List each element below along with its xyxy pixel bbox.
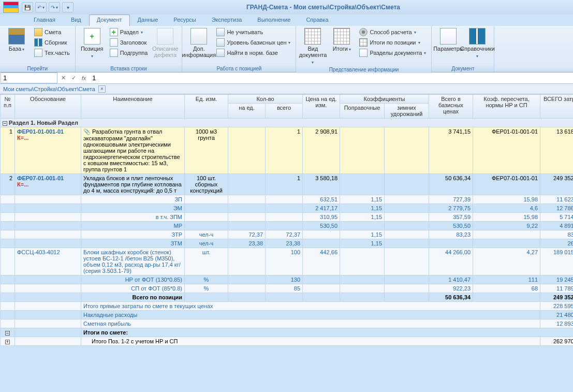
sub-row[interactable]: ЗП632,511,15727,3915,9811 623,64 <box>1 195 574 204</box>
ribbon-group-presentation: Вид документа Итоги Способ расчета Итоги… <box>296 26 432 72</box>
ribbon-group-navigate: База Смета Сборник Тех.часть Перейти <box>0 26 76 72</box>
ribbon-group-insert: Позиция Раздел Заголовок Подгруппа Описа… <box>76 26 183 72</box>
group-label-insert: Вставка строки <box>76 65 182 72</box>
undo-button[interactable]: ↶ <box>35 2 47 12</box>
expand-icon[interactable]: + <box>5 340 10 344</box>
group-label-position: Работа с позицией <box>182 65 296 72</box>
hdr-qty-all[interactable]: всего <box>266 104 303 119</box>
find-normbase-button[interactable]: Найти в норм. базе <box>214 48 292 58</box>
sub-row[interactable]: в т.ч. ЗПМ310,951,15357,5915,985 714,33 <box>1 213 574 222</box>
app-logo-icon <box>3 2 19 13</box>
hdr-ed[interactable]: Ед. изм. <box>185 95 228 119</box>
collapse-icon[interactable]: − <box>3 121 7 126</box>
nr-row[interactable]: НР от ФОТ (130*0.85)%1301 410,4711119 24… <box>1 275 574 284</box>
hdr-naim[interactable]: Наименование <box>81 95 185 119</box>
save-button[interactable]: 💾 <box>22 2 33 12</box>
insert-subgroup-button[interactable]: Подгруппа <box>108 48 150 58</box>
titlebar: 💾 ↶ ↷ ▾ ГРАНД-Смета - Мои сметы\Стройка\… <box>0 0 573 14</box>
parameters-button[interactable]: Параметры <box>435 27 462 53</box>
footer-row[interactable]: −Итоги по смете: <box>1 328 574 337</box>
hdr-koef-p[interactable]: Поправочные <box>340 104 385 119</box>
hdr-koef-z[interactable]: зимних удорожаний <box>385 104 429 119</box>
hdr-num[interactable]: № п.п <box>1 95 15 119</box>
tab-progress[interactable]: Выполнение <box>249 14 298 26</box>
doc-sections-button[interactable]: Разделы документа <box>357 48 428 58</box>
formula-input[interactable] <box>89 73 573 83</box>
footer-row[interactable]: Накладные расходы21 480,90 <box>1 311 574 320</box>
sp-row[interactable]: СП от ФОТ (85*0.8)%85922,236811 789,82 <box>1 284 574 293</box>
ribbon-group-position: Доп. информация Не учитывать Уровень баз… <box>182 26 296 72</box>
footer-row[interactable]: Итого прямые затраты по смете в текущих … <box>1 302 574 311</box>
goto-smeta-button[interactable]: Смета <box>32 27 72 37</box>
insert-defect-button[interactable]: Описание дефекта <box>152 27 179 59</box>
ribbon: База Смета Сборник Тех.часть Перейти Поз… <box>0 26 573 72</box>
group-label-presentation: Представление информации <box>296 66 431 73</box>
goto-techpart-button[interactable]: Тех.часть <box>32 48 72 58</box>
totals-button[interactable]: Итоги <box>328 27 355 53</box>
table-row[interactable]: 1 ФЕР01-01-001-01К=... 📎 Разработка грун… <box>1 127 574 174</box>
quick-access-toolbar: 💾 ↶ ↷ ▾ <box>22 2 74 12</box>
cell-reference-input[interactable] <box>1 72 57 83</box>
group-label-navigate: Перейти <box>0 65 75 72</box>
hdr-price[interactable]: Цена на ед. изм. <box>303 95 340 119</box>
tab-view[interactable]: Вид <box>63 14 89 26</box>
table-row[interactable]: 2 ФЕР07-01-001-01К=... Укладка блоков и … <box>1 174 574 195</box>
tab-document[interactable]: Документ <box>89 14 130 26</box>
footer-row[interactable]: +Итого Поз. 1-2 с учетом НР и СП262 970,… <box>1 337 574 346</box>
qat-customize-button[interactable]: ▾ <box>62 2 74 12</box>
data-grid: № п.п Обоснование Наименование Ед. изм. … <box>0 94 573 346</box>
breadcrumb-path[interactable]: Мои сметы\Стройка\Объект\Смета <box>3 86 95 92</box>
resource-row[interactable]: ФССЦ-403-4012Блоки шкафных коробок (стен… <box>1 248 574 275</box>
doc-view-button[interactable]: Вид документа <box>299 27 326 66</box>
ignore-button[interactable]: Не учитывать <box>214 27 292 37</box>
tab-data[interactable]: Данные <box>130 14 166 26</box>
goto-sbornik-button[interactable]: Сборник <box>32 37 72 48</box>
sub-row[interactable]: ЗТМчел-ч23,3823,381,1526,89 <box>1 239 574 248</box>
footer-row[interactable]: Сметная прибыль12 893,90 <box>1 320 574 328</box>
total-position-row[interactable]: Всего по позиции50 636,34249 352,47 <box>1 293 574 302</box>
sub-row[interactable]: ЗТРчел-ч72,3772,371,1583,2383,23 <box>1 230 574 239</box>
redo-button[interactable]: ↷ <box>49 2 60 12</box>
confirm-icon[interactable]: ✓ <box>68 75 79 81</box>
calc-method-button[interactable]: Способ расчета <box>357 27 428 37</box>
extra-info-button[interactable]: Доп. информация <box>185 27 212 59</box>
grid-header: № п.п Обоснование Наименование Ед. изм. … <box>1 95 574 119</box>
close-icon[interactable]: × <box>98 85 106 93</box>
collapse-icon[interactable]: − <box>5 331 10 336</box>
cancel-icon[interactable]: ✕ <box>58 75 68 81</box>
hdr-koef[interactable]: Коэффициенты <box>340 95 429 104</box>
group-label-document: Документ <box>432 65 494 72</box>
tab-home[interactable]: Главная <box>26 14 63 26</box>
hdr-qty-ed[interactable]: на ед. <box>228 104 266 119</box>
insert-position-button[interactable]: Позиция <box>79 27 106 60</box>
tab-help[interactable]: Справка <box>298 14 336 26</box>
sub-row[interactable]: ЭМ2 417,171,152 779,754,612 786,83 <box>1 204 574 213</box>
section-row[interactable]: −Раздел 1. Новый Раздел <box>1 119 574 127</box>
fx-icon[interactable]: fx <box>79 75 89 81</box>
references-button[interactable]: Справочники <box>464 27 491 60</box>
hdr-norm[interactable]: Коэф. пересчета, нормы НР и СП <box>473 95 540 119</box>
formula-bar: ✕ ✓ fx <box>0 72 573 84</box>
ribbon-group-document: Параметры Справочники Документ <box>432 26 494 72</box>
insert-header-button[interactable]: Заголовок <box>108 37 150 48</box>
insert-section-button[interactable]: Раздел <box>108 27 150 37</box>
window-title: ГРАНД-Смета - Мои сметы\Стройка\Объект\С… <box>74 4 573 11</box>
hdr-total[interactable]: ВСЕГО затрат <box>540 95 573 119</box>
breadcrumb: Мои сметы\Стройка\Объект\Смета × <box>0 84 573 94</box>
tab-resources[interactable]: Ресурсы <box>166 14 203 26</box>
base-prices-button[interactable]: Уровень базисных цен <box>214 37 292 48</box>
position-totals-button[interactable]: Итоги по позиции <box>357 37 428 48</box>
sub-row[interactable]: МР530,50530,509,224 891,21 <box>1 222 574 230</box>
goto-base-button[interactable]: База <box>3 27 30 53</box>
hdr-qty[interactable]: Кол-во <box>228 95 303 104</box>
ribbon-tabs: Главная Вид Документ Данные Ресурсы Эксп… <box>0 14 573 26</box>
tab-expertise[interactable]: Экспертиза <box>204 14 250 26</box>
hdr-obosn[interactable]: Обоснование <box>15 95 81 119</box>
hdr-base[interactable]: Всего в базисных ценах <box>429 95 473 119</box>
